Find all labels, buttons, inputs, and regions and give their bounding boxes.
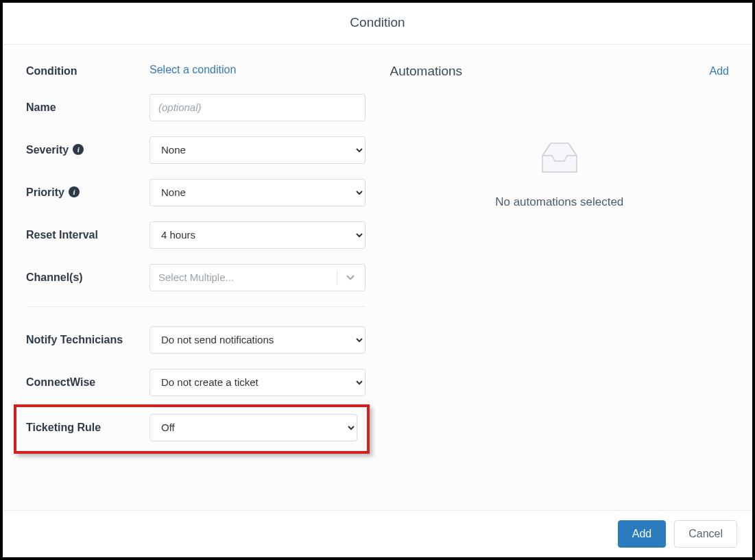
row-reset-interval: Reset Interval 4 hours [26,221,365,249]
divider [26,306,365,307]
cancel-button[interactable]: Cancel [674,520,737,548]
label-connectwise: ConnectWise [26,369,149,390]
row-name: Name [26,94,365,121]
label-reset-interval: Reset Interval [26,221,149,243]
form-column: Condition Select a condition Name Severi… [3,45,378,510]
channels-multiselect[interactable]: Select Multiple... [149,264,365,291]
label-priority: Priority i [26,179,149,200]
connectwise-select[interactable]: Do not create a ticket [149,369,365,396]
row-connectwise: ConnectWise Do not create a ticket [26,369,365,396]
priority-select[interactable]: None [149,179,365,206]
select-condition-link[interactable]: Select a condition [149,64,236,75]
ticketing-rule-select[interactable]: Off [149,414,357,441]
label-ticketing: Ticketing Rule [26,414,149,435]
label-name: Name [26,94,149,115]
info-icon[interactable]: i [69,186,80,197]
condition-dialog: Condition Condition Select a condition N… [3,3,752,557]
inbox-icon [537,141,582,176]
dialog-body: Condition Select a condition Name Severi… [3,45,752,510]
severity-select[interactable]: None [149,136,365,164]
row-notify: Notify Technicians Do not send notificat… [26,326,365,354]
ticketing-rule-highlight: Ticketing Rule Off [14,404,370,454]
automations-header: Automations Add [390,64,730,79]
notify-select[interactable]: Do not send notifications [149,326,365,354]
automations-column: Automations Add No automations selected [378,45,753,510]
automations-empty-text: No automations selected [495,195,623,209]
dialog-title: Condition [3,3,752,45]
row-priority: Priority i None [26,179,365,206]
channels-placeholder: Select Multiple... [158,271,330,283]
automations-title: Automations [390,64,463,79]
row-condition: Condition Select a condition [26,64,365,79]
label-channels: Channel(s) [26,264,149,285]
automations-empty-state: No automations selected [390,141,730,209]
reset-interval-select[interactable]: 4 hours [149,221,365,249]
add-automation-link[interactable]: Add [710,65,729,77]
chevron-down-icon [344,271,357,284]
name-input[interactable] [149,94,365,121]
info-icon[interactable]: i [73,144,84,155]
dialog-footer: Add Cancel [3,510,752,557]
label-severity: Severity i [26,136,149,158]
row-severity: Severity i None [26,136,365,164]
label-condition: Condition [26,64,149,79]
label-notify: Notify Technicians [26,326,149,348]
row-channels: Channel(s) Select Multiple... [26,264,365,291]
add-button[interactable]: Add [618,520,666,548]
separator [337,270,337,285]
